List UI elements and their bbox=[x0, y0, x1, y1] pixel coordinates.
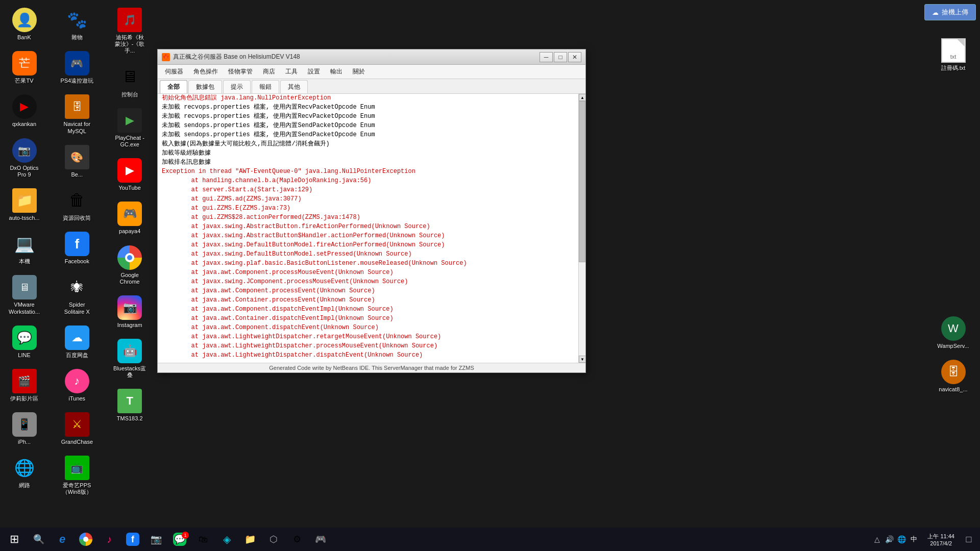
taskbar-app1[interactable]: ⬡ bbox=[262, 530, 285, 549]
desktop-icon-iphone[interactable]: 📱 iPh... bbox=[5, 410, 43, 448]
desktop-icon-controlpanel[interactable]: 🖥 控制台 bbox=[111, 62, 149, 101]
clock-date: 2017/4/2 bbox=[930, 540, 952, 546]
menu-settings[interactable]: 設置 bbox=[303, 66, 325, 78]
tray-network[interactable]: 🌐 bbox=[896, 534, 906, 544]
desktop-icon-ilyfilm[interactable]: 🎬 伊莉影片區 bbox=[5, 366, 43, 405]
desktop-icon-register-txt[interactable]: txt 註冊碼.txt bbox=[934, 36, 972, 74]
desktop-icon-navicat8[interactable]: 🗄 navicat8_... bbox=[934, 357, 972, 395]
desktop-icon-facebook[interactable]: f Facebook bbox=[58, 229, 96, 267]
desktop-icon-wampserver[interactable]: W WampServ... bbox=[934, 314, 972, 352]
taskbar-facebook[interactable]: f bbox=[121, 530, 144, 549]
menu-server[interactable]: 伺服器 bbox=[160, 66, 188, 78]
desktop-icon-computer[interactable]: 💻 本機 bbox=[5, 229, 43, 267]
desktop-icon-navicat[interactable]: 🗄 Navicat for MySQL bbox=[58, 92, 96, 137]
desktop-icon-dxo[interactable]: 📷 DxO Optics Pro 9 bbox=[5, 136, 43, 181]
window-title: 真正楓之谷伺服器 Base on HelisiumDEV V148 bbox=[173, 53, 540, 61]
log-line: 未加載 recvops.properties 檔案, 使用內置RecvPacke… bbox=[162, 112, 574, 121]
tab-errors[interactable]: 報錯 bbox=[252, 80, 279, 93]
clock-time: 上午 11:44 bbox=[927, 533, 954, 540]
menu-output[interactable]: 輸出 bbox=[325, 66, 348, 78]
desktop-icon-instagram[interactable]: 📷 Instagram bbox=[111, 293, 149, 331]
app3-icon: 🎮 bbox=[313, 532, 328, 546]
taskbar-explorer[interactable]: 📁 bbox=[239, 530, 261, 549]
menu-shop[interactable]: 商店 bbox=[258, 66, 280, 78]
desktop-icon-spider[interactable]: 🕷 Spider Solitaire X bbox=[58, 272, 96, 317]
log-line: at java.awt.LightweightDispatcher.dispat… bbox=[162, 350, 574, 360]
store-icon: 🛍 bbox=[196, 532, 210, 546]
tab-others[interactable]: 其他 bbox=[280, 80, 308, 93]
window-content: at java.net.Socket.connect(Unknown Sourc… bbox=[158, 94, 585, 363]
app-window: 🍁 真正楓之谷伺服器 Base on HelisiumDEV V148 ─ □ … bbox=[157, 49, 586, 373]
menu-role[interactable]: 角色操作 bbox=[188, 66, 223, 78]
taskbar-chrome[interactable] bbox=[75, 530, 97, 549]
taskbar-search[interactable]: 🔍 bbox=[28, 530, 50, 549]
taskbar-store[interactable]: 🛍 bbox=[192, 530, 214, 549]
desktop-icon-line[interactable]: 💬 LINE bbox=[5, 323, 43, 361]
desktop-icon-network[interactable]: 🌐 網路 bbox=[5, 453, 43, 491]
menu-tools[interactable]: 工具 bbox=[280, 66, 303, 78]
log-line: at javax.swing.plaf.basic.BasicButtonLis… bbox=[162, 259, 574, 268]
tray-lang[interactable]: 中 bbox=[909, 535, 919, 544]
scroll-thumb[interactable] bbox=[579, 101, 585, 262]
scrollbar[interactable]: ▲ ▼ bbox=[578, 94, 585, 363]
desktop-icon-mangotv[interactable]: 芒 芒果TV bbox=[5, 48, 43, 87]
taskbar-media[interactable]: ♪ bbox=[98, 530, 120, 549]
minimize-button[interactable]: ─ bbox=[540, 52, 553, 62]
scroll-up[interactable]: ▲ bbox=[579, 94, 585, 101]
line-badge: 1 bbox=[182, 532, 189, 539]
taskbar-ie[interactable]: e bbox=[51, 530, 74, 549]
taskbar-line[interactable]: 💬 1 bbox=[168, 530, 191, 549]
desktop-icon-bluestacks[interactable]: 🤖 Bluestacks蓝叠 bbox=[111, 336, 149, 381]
log-line: at java.awt.LightweightDispatcher.proces… bbox=[162, 341, 574, 350]
log-line: at java.awt.Component.dispatchEventImpl(… bbox=[162, 305, 574, 314]
log-line: at java.awt.LightweightDispatcher.retarg… bbox=[162, 332, 574, 341]
close-button[interactable]: ✕ bbox=[568, 52, 581, 62]
desktop-icon-iqiyi[interactable]: 📺 爱奇艺PPS（Win8版） bbox=[58, 453, 96, 498]
desktop-icon-playcheat[interactable]: ▶ PlayCheat - GC.exe bbox=[111, 106, 149, 151]
tab-tips[interactable]: 提示 bbox=[223, 80, 251, 93]
taskbar-app3[interactable]: 🎮 bbox=[309, 530, 332, 549]
maximize-button[interactable]: □ bbox=[554, 52, 567, 62]
desktop-icon-music[interactable]: 🎵 迪拓希《秋蒙汝》-《歌手... bbox=[111, 5, 149, 57]
desktop-icon-auto[interactable]: 📁 auto-tssch... bbox=[5, 186, 43, 224]
log-area[interactable]: at java.net.Socket.connect(Unknown Sourc… bbox=[158, 94, 578, 363]
app2-icon: ⚙ bbox=[290, 532, 304, 546]
tab-packets[interactable]: 數據包 bbox=[188, 80, 222, 93]
media-icon: ♪ bbox=[102, 532, 116, 546]
desktop-icon-youtube[interactable]: ▶ YouTube bbox=[111, 156, 149, 194]
taskbar-instagram[interactable]: 📷 bbox=[145, 530, 167, 549]
statusbar-text: Generated Code write by NetBeans IDE. Th… bbox=[269, 365, 474, 371]
systray: △ 🔊 🌐 中 bbox=[869, 534, 922, 544]
notification-button[interactable]: □ bbox=[960, 530, 978, 549]
menu-about[interactable]: 關於 bbox=[348, 66, 370, 78]
log-line: at javax.swing.AbstractButton$Handler.ac… bbox=[162, 231, 574, 240]
tray-volume[interactable]: 🔊 bbox=[884, 534, 894, 544]
taskbar-edge[interactable]: ◈ bbox=[215, 530, 238, 549]
desktop-icon-ps4[interactable]: 🎮 PS4遠控遊玩 bbox=[58, 48, 96, 87]
desktop-icon-baidu[interactable]: ☁ 百度网盘 bbox=[58, 323, 96, 361]
start-button[interactable]: ⊞ bbox=[2, 530, 27, 549]
scroll-down[interactable]: ▼ bbox=[579, 356, 585, 363]
log-line: 未加載 recvops.properties 檔案, 使用內置RecvPacke… bbox=[162, 103, 574, 112]
taskbar-app2[interactable]: ⚙ bbox=[286, 530, 308, 549]
desktop-icon-chrome[interactable]: Google Chrome bbox=[111, 243, 149, 288]
desktop-icon-bank[interactable]: 👤 BanK bbox=[5, 5, 43, 43]
desktop-icon-be[interactable]: 🎨 Be... bbox=[58, 142, 96, 181]
log-line: at server.Start.a(Start.java:129) bbox=[162, 185, 574, 194]
taskbar-clock[interactable]: 上午 11:44 2017/4/2 bbox=[923, 533, 959, 546]
tab-all[interactable]: 全部 bbox=[160, 80, 187, 93]
desktop-icon-grandchase[interactable]: ⚔ GrandChase bbox=[58, 410, 96, 448]
log-line: 載入數據(因為數據量大可能比較久,而且記憶體/消耗會飆升) bbox=[162, 139, 574, 148]
desktop-icon-tms[interactable]: T TMS183.2 bbox=[111, 386, 149, 424]
desktop-icon-vmware[interactable]: 🖥 VMware Workstatio... bbox=[5, 272, 43, 317]
desktop: ☁ 搶機上傳 👤 BanK 芒 芒果TV ▶ qxkankan 📷 bbox=[0, 0, 980, 551]
tray-chevron[interactable]: △ bbox=[872, 534, 882, 544]
desktop-icon-recycle[interactable]: 🗑 資源回收筒 bbox=[58, 186, 96, 224]
desktop-icon-itunes[interactable]: ♪ iTunes bbox=[58, 366, 96, 405]
window-icon: 🍁 bbox=[162, 53, 170, 61]
menu-monster[interactable]: 怪物掌管 bbox=[223, 66, 258, 78]
desktop-icon-pets[interactable]: 🐾 雜物 bbox=[58, 5, 96, 43]
desktop-icon-papaya[interactable]: 🎮 papaya4 bbox=[111, 199, 149, 237]
desktop-icon-qxkankan[interactable]: ▶ qxkankan bbox=[5, 92, 43, 130]
log-line: 未加載 sendops.properties 檔案, 使用內置SendPacke… bbox=[162, 130, 574, 139]
